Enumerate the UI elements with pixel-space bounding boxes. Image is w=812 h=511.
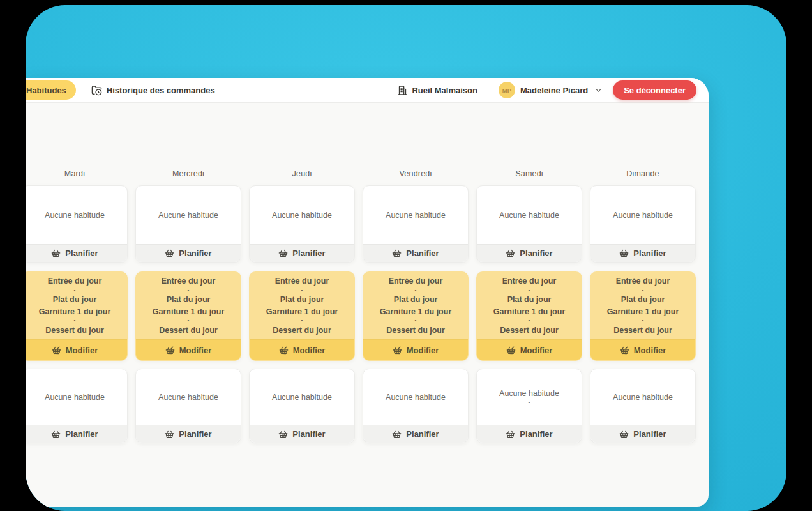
day-header: Mercredi bbox=[135, 169, 241, 179]
basket-edit-icon bbox=[506, 346, 516, 355]
card-body: Aucune habitude bbox=[136, 186, 241, 244]
separator-dot: • bbox=[529, 318, 530, 323]
modifier-button[interactable]: Modifier bbox=[250, 339, 354, 360]
day-header: Mardi bbox=[26, 169, 128, 179]
tab-historique-label: Historique des commandes bbox=[107, 86, 215, 95]
card-text-line: Dessert du jour bbox=[45, 325, 104, 335]
separator-dot: • bbox=[74, 318, 76, 323]
day-header: Samedi bbox=[476, 169, 582, 179]
planifier-button[interactable]: Planifier bbox=[477, 244, 582, 262]
empty-habit-card: Aucune habitudePlanifier bbox=[590, 369, 696, 443]
card-text-line: Dessert du jour bbox=[613, 325, 672, 335]
card-text-line: Plat du jour bbox=[167, 294, 211, 305]
basket-edit-icon bbox=[620, 346, 629, 355]
habit-card: Entrée du jour•Plat du jourGarniture 1 d… bbox=[135, 271, 241, 361]
separator-dot: • bbox=[529, 288, 530, 293]
action-label: Modifier bbox=[407, 346, 439, 355]
card-text-line: Garniture 1 du jour bbox=[380, 307, 452, 317]
card-text-line: Garniture 1 du jour bbox=[39, 307, 111, 317]
card-text-line: Garniture 1 du jour bbox=[607, 307, 679, 317]
modifier-button[interactable]: Modifier bbox=[590, 339, 695, 360]
modifier-button[interactable]: Modifier bbox=[477, 339, 582, 360]
basket-icon bbox=[619, 429, 629, 439]
card-text-line: Aucune habitude bbox=[158, 393, 218, 402]
tab-habitudes[interactable]: Habitudes bbox=[26, 80, 76, 100]
habit-card: Entrée du jour•Plat du jourGarniture 1 d… bbox=[26, 271, 128, 361]
modifier-button[interactable]: Modifier bbox=[26, 339, 127, 360]
card-text-line: Aucune habitude bbox=[386, 211, 446, 220]
basket-icon bbox=[165, 429, 174, 439]
basket-icon bbox=[506, 248, 515, 258]
planifier-button[interactable]: Planifier bbox=[477, 425, 582, 443]
separator-dot: • bbox=[642, 288, 644, 293]
card-body: Entrée du jour•Plat du jourGarniture 1 d… bbox=[590, 272, 695, 339]
card-text-line: Plat du jour bbox=[394, 294, 438, 305]
day-header: Jeudi bbox=[249, 169, 355, 179]
habit-card: Entrée du jour•Plat du jourGarniture 1 d… bbox=[363, 271, 469, 361]
day-column: MardiAucune habitudePlanifierEntrée du j… bbox=[26, 169, 128, 443]
action-label: Planifier bbox=[179, 429, 211, 439]
user-menu[interactable]: MP Madeleine Picard bbox=[499, 82, 603, 98]
action-label: Planifier bbox=[292, 248, 325, 258]
planifier-button[interactable]: Planifier bbox=[136, 244, 241, 262]
basket-icon bbox=[51, 429, 61, 439]
planifier-button[interactable]: Planifier bbox=[250, 244, 354, 262]
planifier-button[interactable]: Planifier bbox=[363, 244, 468, 262]
basket-icon bbox=[506, 429, 515, 439]
empty-habit-card: Aucune habitudePlanifier bbox=[26, 369, 128, 443]
card-text-line: Aucune habitude bbox=[45, 393, 105, 402]
empty-habit-card: Aucune habitudePlanifier bbox=[363, 369, 469, 443]
basket-icon bbox=[278, 248, 288, 258]
topbar-right-group: Rueil Malmaison MP Madeleine Picard Se d… bbox=[397, 80, 709, 100]
basket-edit-icon bbox=[52, 346, 61, 355]
modifier-button[interactable]: Modifier bbox=[136, 339, 241, 360]
empty-habit-card: Aucune habitude•Planifier bbox=[476, 369, 582, 443]
action-label: Planifier bbox=[179, 248, 211, 258]
basket-icon bbox=[392, 248, 402, 258]
modifier-button[interactable]: Modifier bbox=[363, 339, 468, 360]
logout-button[interactable]: Se déconnecter bbox=[613, 80, 696, 100]
planner-content: MardiAucune habitudePlanifierEntrée du j… bbox=[26, 102, 709, 507]
card-body: Aucune habitude bbox=[26, 369, 127, 425]
day-column: DimandeAucune habitudePlanifierEntrée du… bbox=[590, 169, 696, 443]
empty-habit-card: Aucune habitudePlanifier bbox=[476, 185, 582, 263]
planifier-button[interactable]: Planifier bbox=[26, 425, 127, 443]
building-icon bbox=[397, 85, 408, 96]
planifier-button[interactable]: Planifier bbox=[363, 425, 468, 443]
planifier-button[interactable]: Planifier bbox=[136, 425, 241, 443]
card-body: Entrée du jour•Plat du jourGarniture 1 d… bbox=[477, 272, 582, 339]
planifier-button[interactable]: Planifier bbox=[250, 425, 354, 443]
tab-historique-commandes[interactable]: Historique des commandes bbox=[91, 85, 215, 96]
topbar-divider bbox=[488, 83, 488, 97]
card-text-line: Plat du jour bbox=[621, 294, 665, 305]
card-body: Aucune habitude bbox=[363, 369, 468, 425]
planifier-button[interactable]: Planifier bbox=[26, 244, 127, 262]
card-text-line: Aucune habitude bbox=[272, 211, 332, 220]
card-text-line: Dessert du jour bbox=[386, 325, 445, 335]
action-label: Planifier bbox=[633, 248, 666, 258]
card-text-line: Aucune habitude bbox=[386, 393, 446, 402]
empty-habit-card: Aucune habitudePlanifier bbox=[363, 185, 469, 263]
card-text-line: Aucune habitude bbox=[45, 211, 105, 220]
planifier-button[interactable]: Planifier bbox=[590, 425, 695, 443]
card-text-line: Dessert du jour bbox=[159, 325, 218, 335]
card-text-line: Garniture 1 du jour bbox=[153, 307, 225, 317]
card-text-line: Entrée du jour bbox=[275, 276, 329, 286]
card-text-line: Aucune habitude bbox=[158, 211, 218, 220]
basket-icon bbox=[165, 248, 174, 258]
location-indicator: Rueil Malmaison bbox=[397, 85, 477, 96]
action-label: Modifier bbox=[179, 346, 212, 355]
card-body: Aucune habitude bbox=[590, 186, 695, 244]
action-label: Planifier bbox=[292, 429, 325, 439]
card-text-line: Entrée du jour bbox=[389, 276, 443, 286]
empty-habit-card: Aucune habitudePlanifier bbox=[590, 185, 696, 263]
separator-dot: • bbox=[188, 318, 190, 323]
card-body: Aucune habitude bbox=[26, 186, 127, 244]
card-body: Aucune habitude bbox=[590, 369, 695, 425]
action-label: Planifier bbox=[633, 429, 666, 439]
location-label: Rueil Malmaison bbox=[412, 86, 477, 95]
card-text-line: Dessert du jour bbox=[500, 325, 559, 335]
planifier-button[interactable]: Planifier bbox=[590, 244, 695, 262]
card-text-line: Aucune habitude bbox=[499, 211, 559, 220]
card-text-line: Aucune habitude bbox=[613, 211, 673, 220]
